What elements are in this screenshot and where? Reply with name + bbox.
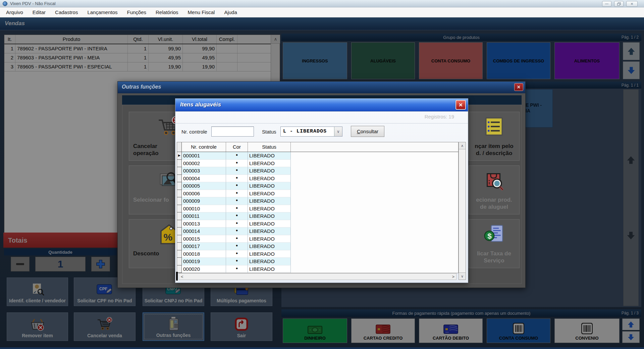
itens-row[interactable]: 000019 ● LIBERADO [177,258,458,265]
restore-button[interactable] [614,1,624,7]
cell-cor-dot: ● [226,175,248,183]
cell-cor-dot: ● [226,160,248,167]
scroll-up-icon[interactable]: ∧ [459,142,466,149]
menu-menu-fiscal[interactable]: Menu Fiscal [183,8,220,17]
menu-relatorios[interactable]: Relatórios [151,8,183,17]
itens-row[interactable]: ▶ 000001 ● LIBERADO [177,152,458,160]
itens-row[interactable]: 000006 ● LIBERADO [177,190,458,198]
menu-bar: Arquivo Editar Cadastros Lançamentos Fun… [0,7,644,17]
row-selector[interactable] [177,228,182,235]
itens-row[interactable]: 000010 ● LIBERADO [177,205,458,213]
itens-row[interactable]: 000014 ● LIBERADO [177,228,458,235]
cell-status: LIBERADO [248,250,291,258]
menu-funcoes[interactable]: Funções [122,8,151,17]
restore-icon [617,2,621,6]
row-selector[interactable] [177,258,182,265]
app-window: Vixen PDV - Não Fiscal — ✕ Arquivo Edita… [0,0,644,349]
row-selector[interactable] [177,205,182,213]
cell-nr-controle: 000014 [182,228,226,235]
outras-funcoes-title: Outras funções [122,84,161,90]
itens-row[interactable]: 000003 ● LIBERADO [177,167,458,175]
cell-cor-dot: ● [226,167,248,175]
scroll-right-icon[interactable]: > [452,274,454,279]
row-selector[interactable] [177,182,182,190]
itens-row[interactable]: 000005 ● LIBERADO [177,182,458,190]
cell-cor-dot: ● [226,197,248,205]
itens-row[interactable]: 000009 ● LIBERADO [177,197,458,205]
cell-cor-dot: ● [226,212,248,220]
button-label-line2: de aluguel [470,204,519,210]
minimize-icon: — [605,2,608,6]
itens-row[interactable]: 000013 ● LIBERADO [177,220,458,228]
cell-nr-controle: 000010 [182,205,226,213]
itens-horizontal-scrollbar[interactable]: < > [179,273,457,280]
menu-editar[interactable]: Editar [28,8,50,17]
cell-cor-dot: ● [226,235,248,243]
row-selector[interactable]: ▶ [177,152,182,160]
menu-cadastros[interactable]: Cadastros [50,8,83,17]
menu-ajuda[interactable]: Ajuda [219,8,241,17]
menu-lancamentos[interactable]: Lançamentos [83,8,122,17]
itens-alugaveis-titlebar: Itens alugavéis [175,99,468,111]
menu-arquivo[interactable]: Arquivo [1,8,28,17]
status-dropdown[interactable]: L - LIBERADOS ∨ [280,127,342,137]
status-label: Status [262,129,276,135]
itens-row[interactable]: 000017 ● LIBERADO [177,243,458,250]
row-selector[interactable] [177,235,182,243]
cell-nr-controle: 000011 [182,212,226,220]
text-caret [176,272,178,281]
button-label-line1: nçar item pelo [470,143,519,150]
row-selector[interactable] [177,175,182,183]
itens-row[interactable]: 000011 ● LIBERADO [177,212,458,220]
itens-table: Nr. controle Cor Status ▶ 000001 ● LIBER… [177,142,459,273]
row-selector[interactable] [177,220,182,228]
minimize-button[interactable]: — [602,1,611,7]
outras-funcoes-close-button[interactable]: ✕ [514,83,523,91]
scroll-down-icon[interactable]: ∨ [459,272,466,280]
aplicar-taxa-servico-button[interactable]: $ licar Taxa de Serviço [469,219,520,268]
row-selector[interactable] [177,243,182,250]
cell-cor-dot: ● [226,243,248,250]
itens-row[interactable]: 000004 ● LIBERADO [177,175,458,183]
nr-controle-input[interactable] [211,127,254,137]
row-selector[interactable] [177,250,182,258]
dropdown-arrow-icon[interactable]: ∨ [334,127,342,136]
itens-alugaveis-dialog: Itens alugavéis ✕ Registros: 19 Nr. cont… [175,98,468,283]
row-selector[interactable] [177,190,182,198]
status-dropdown-value: L - LIBERADOS [281,127,334,136]
cell-status: LIBERADO [248,243,291,250]
row-selector[interactable] [177,167,182,175]
cell-status: LIBERADO [248,205,291,213]
itens-alugaveis-close-button[interactable]: ✕ [455,100,466,110]
row-selector[interactable] [177,265,182,273]
cell-nr-controle: 000019 [182,258,226,265]
itens-row[interactable]: 000020 ● LIBERADO [177,265,458,273]
cell-nr-controle: 000020 [182,265,226,273]
scroll-left-icon[interactable]: < [181,274,183,279]
itens-row[interactable]: 000015 ● LIBERADO [177,235,458,243]
cell-nr-controle: 000005 [182,182,226,190]
cell-status: LIBERADO [248,265,291,273]
row-selector[interactable] [177,212,182,220]
selector-col-header [177,142,182,152]
selecionar-prod-aluguel-button[interactable]: ecionar prod. de aluguel [469,165,520,214]
lancar-item-button[interactable]: nçar item pelo d. / descrição [469,112,520,161]
cell-nr-controle: 000009 [182,197,226,205]
cell-status: LIBERADO [248,182,291,190]
cell-nr-controle: 000018 [182,250,226,258]
itens-table-header: Nr. controle Cor Status [177,142,458,152]
close-button[interactable]: ✕ [626,1,638,7]
cell-cor-dot: ● [226,190,248,198]
close-icon: ✕ [459,102,463,108]
itens-row[interactable]: 000002 ● LIBERADO [177,160,458,167]
cell-status: LIBERADO [248,160,291,167]
col-status: Status [248,142,291,152]
itens-row[interactable]: 000018 ● LIBERADO [177,250,458,258]
cell-status: LIBERADO [248,258,291,265]
row-selector[interactable] [177,197,182,205]
cell-nr-controle: 000006 [182,190,226,198]
row-selector[interactable] [177,160,182,167]
cell-cor-dot: ● [226,220,248,228]
itens-vertical-scrollbar[interactable]: ∧ ∨ [459,142,466,280]
consultar-button[interactable]: Consultar [351,126,384,137]
